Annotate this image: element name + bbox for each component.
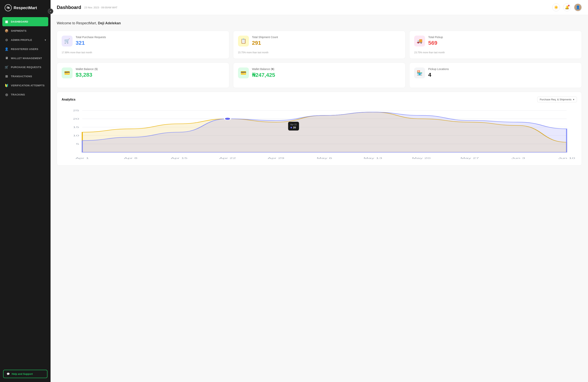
avatar[interactable]: 👤 (574, 3, 582, 11)
nav-icon-admin-profile: ⊙ (5, 38, 9, 42)
svg-text:Apr 1: Apr 1 (75, 157, 89, 159)
welcome-message: Welcome to RespectMart, Deji Adelekan (57, 21, 582, 25)
chevron-icon: ▾ (45, 39, 46, 42)
notifications-button[interactable]: 🔔 (563, 3, 571, 11)
chevron-down-icon: ▾ (573, 98, 574, 101)
stat-info-pickup-locations: Pickup Locations 4 (428, 67, 577, 78)
sidebar-item-tracking[interactable]: ◎ TRACKING (0, 90, 51, 99)
stat-label-wallet-balance-ngn: Wallet Balance (₦) (252, 67, 401, 71)
nav-icon-registered-users: 👤 (5, 47, 9, 51)
stat-icon-total-pickup: 🚚 (414, 36, 425, 46)
theme-icon: ☀️ (554, 5, 558, 10)
stat-card-top: 💳 Wallet Balance ($) $3,283 (62, 67, 224, 78)
stat-card-top: 🏪 Pickup Locations 4 (414, 67, 577, 78)
stat-value-wallet-balance-ngn: ₦247,425 (252, 72, 401, 78)
help-support-button[interactable]: 💬 Help and Support (3, 370, 47, 378)
svg-text:Jun 3: Jun 3 (511, 157, 525, 159)
analytics-chart: 510152025Apr 1Apr 8Apr 15Apr 22Apr 29May… (62, 106, 577, 161)
nav-label-verification-attempts: VERIFICATION ATTEMPTS (11, 84, 44, 87)
stat-info-total-shipment-count: Total Shipment Count 291 (252, 36, 401, 46)
stat-card-top: 💳 Wallet Balance (₦) ₦247,425 (238, 67, 401, 78)
logo[interactable]: 🛍 RespectMart (0, 0, 51, 16)
svg-text:5: 5 (76, 143, 79, 145)
sidebar-item-verification-attempts[interactable]: 🔰 VERIFICATION ATTEMPTS (0, 81, 51, 90)
svg-text:Apr 22: Apr 22 (219, 157, 236, 159)
stat-icon-wallet-balance-usd: 💳 (62, 67, 73, 78)
chart-container: 510152025Apr 1Apr 8Apr 15Apr 22Apr 29May… (62, 106, 577, 161)
stat-icon-total-purchase-requests: 🛒 (62, 36, 73, 46)
stat-card-top: 🚚 Total Pickup 569 (414, 36, 577, 46)
svg-text:May 20: May 20 (412, 157, 431, 159)
nav-label-admin-profile: ADMIN PROFILE (11, 39, 32, 42)
stat-icon-wallet-balance-ngn: 💳 (238, 67, 249, 78)
svg-text:15: 15 (73, 126, 79, 128)
sidebar-item-dashboard[interactable]: ▦ DASHBOARD (2, 17, 48, 26)
stat-card-top: 🛒 Total Purchase Requests 321 (62, 36, 224, 46)
dashboard-content: Welcome to RespectMart, Deji Adelekan 🛒 … (51, 15, 588, 172)
nav-label-registered-users: REGISTERED USERS (11, 48, 38, 51)
sidebar-item-shipments[interactable]: 📦 SHIPMENTS (0, 26, 51, 35)
analytics-filter-label: Purchase Req. & Shipments (540, 98, 571, 101)
nav-label-shipments: SHIPMENTS (11, 29, 26, 32)
stat-info-total-purchase-requests: Total Purchase Requests 321 (76, 36, 224, 46)
nav-icon-verification-attempts: 🔰 (5, 84, 9, 87)
main-content: Dashboard 23 Nov. 2023 · 09:00AM WAT ☀️ … (51, 0, 588, 382)
collapse-button[interactable]: « (48, 9, 53, 14)
nav-icon-purchase-requests: 🛒 (5, 65, 9, 69)
svg-text:25: 25 (73, 109, 79, 112)
stat-footer-total-purchase-requests: 17.89% more than last month (62, 51, 224, 54)
stat-card-wallet-balance-ngn: 💳 Wallet Balance (₦) ₦247,425 (233, 63, 406, 88)
stat-card-total-pickup: 🚚 Total Pickup 569 23.75% more than last… (409, 31, 582, 59)
stat-label-total-purchase-requests: Total Purchase Requests (76, 36, 224, 39)
svg-text:Jun 10: Jun 10 (558, 157, 575, 159)
svg-text:10: 10 (73, 134, 79, 137)
analytics-card: Analytics Purchase Req. & Shipments ▾ 51… (57, 92, 582, 166)
stats-grid-top: 🛒 Total Purchase Requests 321 17.89% mor… (57, 31, 582, 59)
stat-info-total-pickup: Total Pickup 569 (428, 36, 577, 46)
sidebar-nav: ▦ DASHBOARD 📦 SHIPMENTS ⊙ ADMIN PROFILE … (0, 16, 51, 366)
stat-info-wallet-balance-ngn: Wallet Balance (₦) ₦247,425 (252, 67, 401, 78)
help-icon: 💬 (7, 372, 10, 375)
stats-grid-bottom: 💳 Wallet Balance ($) $3,283 💳 Wallet Bal… (57, 63, 582, 88)
sidebar-item-wallet-management[interactable]: 🖥 WALLET MANAGEMENT (0, 54, 51, 63)
svg-text:May 6: May 6 (317, 157, 332, 159)
stat-value-total-purchase-requests: 321 (76, 40, 224, 46)
stat-card-total-shipment-count: 📋 Total Shipment Count 291 23.75% more t… (233, 31, 406, 59)
sidebar-item-purchase-requests[interactable]: 🛒 PURCHASE REQUESTS (0, 63, 51, 72)
stat-card-top: 📋 Total Shipment Count 291 (238, 36, 401, 46)
header-left: Dashboard 23 Nov. 2023 · 09:00AM WAT (57, 5, 117, 10)
stat-card-wallet-balance-usd: 💳 Wallet Balance ($) $3,283 (57, 63, 229, 88)
stat-value-total-pickup: 569 (428, 40, 577, 46)
theme-toggle-button[interactable]: ☀️ (552, 3, 560, 11)
sidebar: 🛍 RespectMart « ▦ DASHBOARD 📦 SHIPMENTS … (0, 0, 51, 382)
stat-card-pickup-locations: 🏪 Pickup Locations 4 (409, 63, 582, 88)
analytics-filter-dropdown[interactable]: Purchase Req. & Shipments ▾ (537, 97, 577, 102)
sidebar-item-admin-profile[interactable]: ⊙ ADMIN PROFILE ▾ (0, 35, 51, 44)
nav-icon-transactions: ⊞ (5, 74, 9, 78)
header-datetime: 23 Nov. 2023 · 09:00AM WAT (84, 6, 117, 9)
nav-label-transactions: TRANSACTIONS (11, 75, 32, 78)
stat-label-total-shipment-count: Total Shipment Count (252, 36, 401, 39)
nav-label-tracking: TRACKING (11, 93, 25, 96)
chart-tooltip-anchor (224, 117, 231, 120)
svg-text:Apr 29: Apr 29 (268, 157, 284, 159)
sidebar-footer: 💬 Help and Support (0, 366, 51, 382)
svg-text:May 27: May 27 (461, 157, 479, 159)
analytics-title: Analytics (62, 98, 75, 101)
sidebar-item-transactions[interactable]: ⊞ TRANSACTIONS (0, 72, 51, 81)
notification-dot (568, 5, 569, 6)
nav-icon-tracking: ◎ (5, 93, 9, 96)
stat-icon-pickup-locations: 🏪 (414, 67, 425, 78)
stat-label-total-pickup: Total Pickup (428, 36, 577, 39)
header: Dashboard 23 Nov. 2023 · 09:00AM WAT ☀️ … (51, 0, 588, 15)
stat-value-pickup-locations: 4 (428, 72, 577, 78)
sidebar-item-registered-users[interactable]: 👤 REGISTERED USERS (0, 44, 51, 54)
stat-card-total-purchase-requests: 🛒 Total Purchase Requests 321 17.89% mor… (57, 31, 229, 59)
svg-text:Apr 15: Apr 15 (171, 157, 188, 159)
welcome-user-name: Deji Adelekan (98, 21, 121, 25)
nav-icon-wallet-management: 🖥 (5, 56, 9, 60)
logo-text: RespectMart (14, 6, 37, 10)
avatar-image: 👤 (576, 5, 580, 10)
stat-value-total-shipment-count: 291 (252, 40, 401, 46)
svg-text:May 13: May 13 (364, 157, 382, 159)
